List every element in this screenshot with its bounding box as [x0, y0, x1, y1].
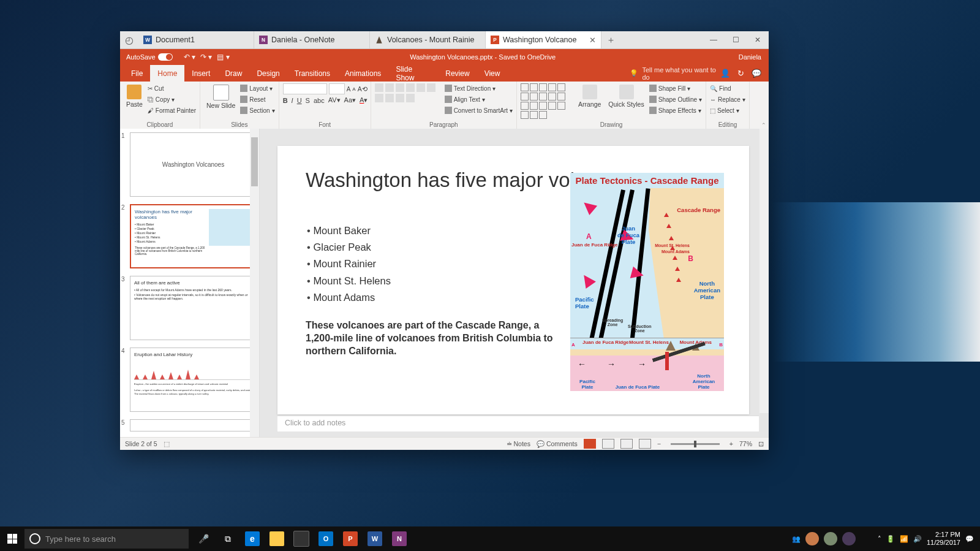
paste-button[interactable]: Paste: [124, 83, 145, 109]
tab-close-button[interactable]: ✕: [589, 36, 596, 45]
ribbon-tab-insert[interactable]: Insert: [184, 65, 217, 82]
align-left-button[interactable]: [427, 83, 435, 92]
thumbnails-scrollbar[interactable]: [250, 129, 259, 438]
thumbnail-slide-2[interactable]: 2 Washington has five major volcanoes • …: [120, 200, 259, 272]
tab-nps[interactable]: Volcanoes - Mount Rainie: [370, 31, 486, 48]
font-color-button[interactable]: A▾: [360, 96, 368, 104]
reset-button[interactable]: Reset: [240, 94, 274, 104]
tray-chevron[interactable]: ˄: [878, 535, 881, 543]
shape-outline-button[interactable]: Shape Outline ▾: [649, 94, 702, 104]
user-name[interactable]: Daniela: [731, 53, 769, 61]
share-button[interactable]: 👤: [720, 69, 730, 78]
layout-button[interactable]: Layout ▾: [240, 83, 274, 93]
undo-button[interactable]: ↶ ▾: [184, 53, 195, 61]
reading-view-button[interactable]: [620, 439, 633, 449]
bullets-button[interactable]: [375, 83, 383, 92]
notes-button[interactable]: ≐ Notes: [507, 440, 530, 447]
italic-button[interactable]: I: [292, 97, 293, 104]
fit-to-window-button[interactable]: ⊡: [758, 440, 764, 447]
inc-indent-button[interactable]: [406, 83, 415, 92]
editor-vertical-scrollbar[interactable]: [760, 129, 769, 413]
clear-formatting-button[interactable]: A⟲: [358, 85, 368, 93]
tray-wifi-icon[interactable]: 📶: [900, 535, 908, 543]
action-center-button[interactable]: 💬: [965, 535, 974, 543]
start-button[interactable]: [0, 526, 24, 551]
taskbar-search[interactable]: Type here to search: [24, 529, 189, 549]
ribbon-tab-transitions[interactable]: Transitions: [287, 65, 337, 82]
redo-button[interactable]: ↷ ▾: [200, 53, 212, 61]
taskbar-app-onenote[interactable]: N: [387, 526, 412, 551]
new-slide-button[interactable]: New Slide: [204, 83, 238, 110]
font-size-dropdown[interactable]: [329, 83, 345, 94]
text-direction-button[interactable]: Text Direction ▾: [445, 83, 513, 93]
strikethrough-button[interactable]: S: [306, 97, 310, 104]
start-from-beginning-button[interactable]: ▤ ▾: [217, 53, 229, 61]
accessibility-button[interactable]: ⬚: [164, 440, 170, 447]
thumbnail-slide-3[interactable]: 3 All of them are active • All of them e…: [120, 272, 259, 344]
section-button[interactable]: Section ▾: [240, 105, 274, 115]
char-spacing-button[interactable]: AV▾: [328, 96, 341, 104]
shape-effects-button[interactable]: Shape Effects ▾: [649, 105, 702, 115]
ribbon-tab-file[interactable]: File: [124, 65, 150, 82]
zoom-out-button[interactable]: −: [657, 440, 661, 447]
cut-button[interactable]: ✂Cut: [148, 83, 196, 93]
maximize-button[interactable]: ☐: [725, 31, 747, 48]
history-button[interactable]: ↻: [737, 69, 744, 78]
shapes-gallery[interactable]: [521, 83, 573, 119]
replace-button[interactable]: ↔Replace ▾: [710, 94, 745, 104]
quick-styles-button[interactable]: Quick Styles: [606, 83, 646, 109]
close-window-button[interactable]: ✕: [747, 31, 769, 48]
tab-powerpoint[interactable]: P Washington Volcanoe ✕: [486, 31, 601, 48]
ribbon-tab-slideshow[interactable]: Slide Show: [388, 65, 438, 82]
zoom-slider[interactable]: [671, 443, 720, 445]
thumbnail-slide-1[interactable]: 1 Washington Volcanoes: [120, 129, 259, 200]
slide-sorter-view-button[interactable]: [602, 439, 614, 449]
align-text-button[interactable]: Align Text ▾: [445, 94, 513, 104]
taskbar-app-outlook[interactable]: O: [314, 526, 338, 551]
autosave-toggle[interactable]: AutoSave: [120, 53, 179, 61]
line-spacing-button[interactable]: [417, 83, 425, 92]
format-painter-button[interactable]: 🖌Format Painter: [148, 105, 196, 115]
tray-battery-icon[interactable]: 🔋: [886, 535, 895, 543]
notes-pane[interactable]: Click to add notes: [277, 416, 759, 431]
taskbar-app-movies[interactable]: [289, 526, 314, 551]
people-contact-2[interactable]: [824, 532, 837, 545]
tab-onenote[interactable]: N Daniela - OneNote: [254, 31, 370, 48]
change-case-button[interactable]: Aa▾: [344, 96, 356, 104]
ribbon-tab-view[interactable]: View: [477, 65, 508, 82]
arrange-button[interactable]: Arrange: [576, 83, 603, 109]
justify-button[interactable]: [396, 94, 404, 102]
slide-paragraph[interactable]: These volcanoes are part of the Cascade …: [306, 319, 557, 357]
thumbnail-slide-5[interactable]: 5: [120, 416, 259, 435]
taskbar-app-powerpoint[interactable]: P: [338, 526, 363, 551]
columns-button[interactable]: [406, 94, 415, 102]
shrink-font-button[interactable]: A: [352, 86, 355, 92]
underline-button[interactable]: U: [297, 97, 302, 104]
cortana-mic-button[interactable]: 🎤: [191, 526, 216, 551]
tab-document1[interactable]: W Document1: [138, 31, 254, 48]
comments-button[interactable]: 💬: [752, 69, 761, 78]
grow-font-button[interactable]: A: [347, 86, 351, 93]
people-contact-1[interactable]: [805, 532, 819, 545]
plate-tectonics-diagram[interactable]: Plate Tectonics - Cascade Range Cascad: [570, 173, 724, 387]
people-contact-3[interactable]: [842, 532, 856, 545]
thumbnail-slide-4[interactable]: 4 Eruption and Lahar History Eruption - …: [120, 344, 259, 416]
ribbon-tab-design[interactable]: Design: [249, 65, 287, 82]
task-view-button[interactable]: ⧉: [216, 526, 240, 551]
ribbon-tab-home[interactable]: Home: [150, 65, 184, 82]
collapse-ribbon-button[interactable]: ⌃: [761, 122, 766, 128]
ribbon-tab-review[interactable]: Review: [438, 65, 477, 82]
tell-me-search[interactable]: 💡 Tell me what you want to do: [630, 66, 720, 81]
find-button[interactable]: 🔍Find: [710, 83, 745, 93]
taskbar-app-edge[interactable]: e: [240, 526, 265, 551]
shadow-button[interactable]: abc: [314, 97, 325, 104]
taskbar-app-explorer[interactable]: [265, 526, 289, 551]
tab-history-button[interactable]: ◴: [120, 31, 138, 48]
align-right-button[interactable]: [385, 94, 394, 102]
align-center-button[interactable]: [375, 94, 383, 102]
minimize-button[interactable]: —: [703, 31, 725, 48]
tray-volume-icon[interactable]: 🔊: [913, 535, 922, 543]
zoom-level[interactable]: 77%: [739, 440, 752, 447]
people-button[interactable]: 👥: [792, 535, 801, 543]
numbering-button[interactable]: [385, 83, 394, 92]
